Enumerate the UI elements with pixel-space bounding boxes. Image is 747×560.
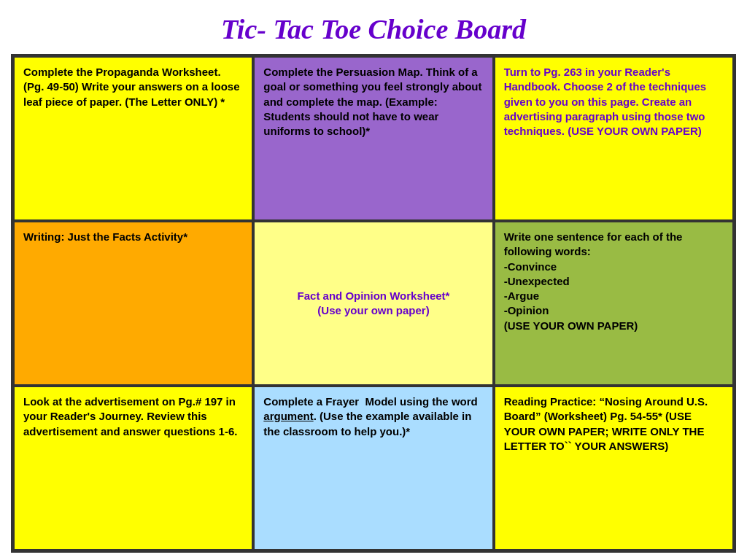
- cell-r2c1: Writing: Just the Facts Activity*: [13, 221, 253, 386]
- cell-r1c2: Complete the Persuasion Map. Think of a …: [253, 56, 493, 221]
- cell-r1c1: Complete the Propaganda Worksheet. (Pg. …: [13, 56, 253, 221]
- cell-r3c3: Reading Practice: “Nosing Around U.S. Bo…: [494, 386, 734, 551]
- cell-r2c2-text: Fact and Opinion Worksheet*(Use your own…: [298, 289, 450, 319]
- cell-r1c3: Turn to Pg. 263 in your Reader's Handboo…: [494, 56, 734, 221]
- cell-r2c3: Write one sentence for each of the follo…: [494, 221, 734, 386]
- cell-r1c1-text: Complete the Propaganda Worksheet. (Pg. …: [23, 65, 243, 109]
- underline-word: argument: [263, 410, 313, 422]
- cell-r1c3-text: Turn to Pg. 263 in your Reader's Handboo…: [504, 65, 724, 139]
- cell-r3c1-text: Look at the advertisement on Pg.# 197 in…: [23, 394, 243, 439]
- page-title: Tic- Tac Toe Choice Board: [11, 7, 736, 54]
- cell-r2c1-text: Writing: Just the Facts Activity*: [23, 230, 187, 244]
- page: Tic- Tac Toe Choice Board Complete the P…: [0, 0, 747, 560]
- cell-r1c2-text: Complete the Persuasion Map. Think of a …: [263, 65, 483, 139]
- cell-r2c2: Fact and Opinion Worksheet*(Use your own…: [253, 221, 493, 386]
- cell-r2c3-text: Write one sentence for each of the follo…: [504, 230, 724, 333]
- cell-r3c3-text: Reading Practice: “Nosing Around U.S. Bo…: [504, 394, 724, 454]
- choice-board-grid: Complete the Propaganda Worksheet. (Pg. …: [11, 54, 736, 553]
- cell-r3c2: Complete a Frayer Model using the word a…: [253, 386, 493, 551]
- cell-r3c2-text: Complete a Frayer Model using the word a…: [263, 394, 483, 439]
- cell-r3c1: Look at the advertisement on Pg.# 197 in…: [13, 386, 253, 551]
